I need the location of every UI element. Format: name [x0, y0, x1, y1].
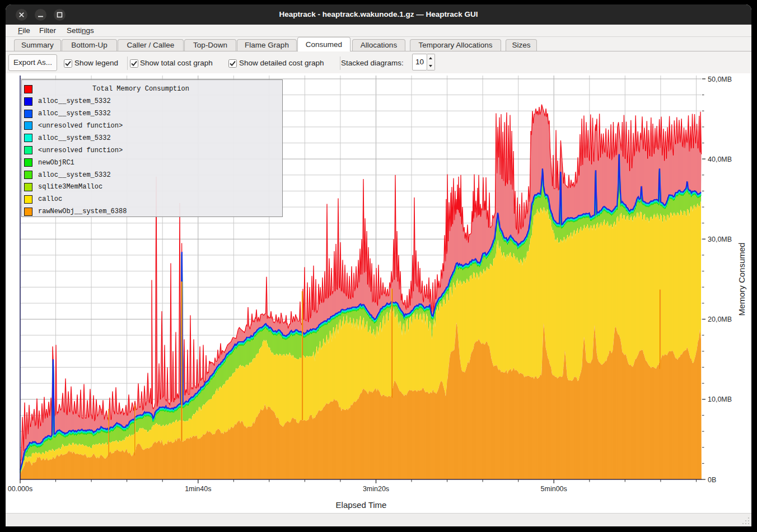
svg-text:0B: 0B	[708, 476, 716, 484]
svg-text:20,0MB: 20,0MB	[708, 316, 732, 323]
svg-text:10,0MB: 10,0MB	[708, 396, 732, 403]
svg-text:50,0MB: 50,0MB	[708, 76, 732, 83]
svg-text:40,0MB: 40,0MB	[708, 156, 732, 163]
svg-text:00.000s: 00.000s	[8, 485, 32, 493]
svg-text:Elapsed Time: Elapsed Time	[336, 500, 387, 510]
svg-text:5min00s: 5min00s	[541, 485, 567, 493]
svg-text:3min20s: 3min20s	[363, 485, 389, 493]
svg-text:1min40s: 1min40s	[185, 485, 211, 493]
svg-text:Memory Consumed: Memory Consumed	[737, 243, 746, 316]
svg-text:30,0MB: 30,0MB	[708, 236, 732, 243]
